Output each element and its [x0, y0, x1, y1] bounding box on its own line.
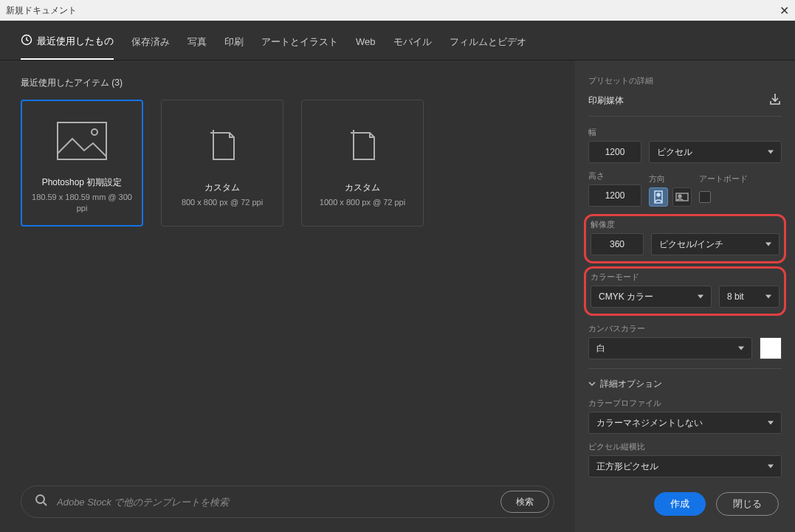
- search-button[interactable]: 検索: [500, 491, 549, 513]
- orientation-landscape-button[interactable]: [672, 187, 692, 207]
- resolution-label: 解像度: [591, 219, 779, 230]
- resolution-highlight: 解像度 ピクセル/インチ: [584, 214, 786, 263]
- canvascolor-select[interactable]: 白: [588, 337, 752, 359]
- search-input[interactable]: [57, 497, 492, 508]
- bitdepth-select[interactable]: 8 bit: [719, 286, 779, 308]
- left-panel: 最近使用したアイテム (3) Photoshop 初期設定 180.59 x 1…: [0, 61, 575, 532]
- tab-art[interactable]: アートとイラスト: [261, 34, 338, 60]
- preset-item[interactable]: Photoshop 初期設定 180.59 x 180.59 mm @ 300 …: [21, 100, 143, 227]
- document-icon: [206, 118, 238, 174]
- window-title: 新規ドキュメント: [6, 4, 77, 17]
- colormode-highlight: カラーモード CMYK カラー 8 bit: [584, 266, 786, 316]
- pixelaspect-select[interactable]: 正方形ピクセル: [588, 455, 782, 477]
- tab-mobile[interactable]: モバイル: [393, 34, 432, 60]
- details-heading: プリセットの詳細: [588, 75, 782, 86]
- close-icon[interactable]: ✕: [779, 4, 789, 18]
- tab-label: モバイル: [393, 35, 432, 49]
- tab-print[interactable]: 印刷: [224, 34, 244, 60]
- preset-dims: 1000 x 800 px @ 72 ppi: [320, 197, 405, 207]
- svg-point-5: [657, 193, 660, 196]
- width-input[interactable]: [588, 141, 641, 163]
- tab-label: Web: [356, 36, 376, 47]
- resolution-unit-select[interactable]: ピクセル/インチ: [651, 233, 779, 255]
- preset-title: カスタム: [204, 182, 240, 194]
- svg-point-3: [36, 495, 44, 503]
- footer-buttons: 作成 閉じる: [654, 492, 779, 516]
- preset-title: カスタム: [345, 182, 380, 194]
- recent-heading: 最近使用したアイテム (3): [21, 77, 554, 89]
- image-icon: [56, 113, 108, 169]
- search-icon: [35, 494, 48, 510]
- tab-photo[interactable]: 写真: [187, 34, 207, 60]
- search-row: 検索: [21, 486, 554, 518]
- colorprofile-select[interactable]: カラーマネジメントしない: [588, 412, 782, 434]
- document-icon: [346, 118, 379, 174]
- width-label: 幅: [588, 127, 782, 138]
- chevron-down-icon: [588, 379, 596, 390]
- resolution-input[interactable]: [591, 233, 644, 255]
- svg-point-7: [678, 195, 681, 198]
- tab-label: 写真: [187, 35, 207, 49]
- advanced-toggle[interactable]: 詳細オプション: [588, 378, 782, 390]
- preset-dims: 800 x 800 px @ 72 ppi: [182, 197, 263, 207]
- tab-saved[interactable]: 保存済み: [131, 34, 170, 60]
- preset-title: Photoshop 初期設定: [42, 176, 123, 189]
- pixelaspect-label: ピクセル縦横比: [588, 441, 782, 452]
- tab-web[interactable]: Web: [356, 34, 376, 60]
- tab-label: フィルムとビデオ: [450, 35, 526, 49]
- artboard-checkbox[interactable]: [699, 191, 711, 203]
- save-preset-icon[interactable]: [768, 92, 782, 108]
- colormode-label: カラーモード: [591, 272, 779, 283]
- preset-list: Photoshop 初期設定 180.59 x 180.59 mm @ 300 …: [21, 100, 554, 227]
- tab-recent[interactable]: 最近使用したもの: [21, 34, 114, 60]
- orientation-portrait-button[interactable]: [649, 187, 668, 207]
- clock-icon: [21, 34, 32, 48]
- preset-item[interactable]: カスタム 800 x 800 px @ 72 ppi: [161, 100, 283, 227]
- preset-details-panel: プリセットの詳細 印刷媒体 幅 ピクセル 高さ 方向: [575, 61, 795, 532]
- canvascolor-swatch[interactable]: [760, 337, 782, 359]
- svg-rect-1: [58, 122, 106, 159]
- width-unit-select[interactable]: ピクセル: [649, 141, 782, 163]
- colormode-select[interactable]: CMYK カラー: [591, 286, 712, 308]
- tab-label: 最近使用したもの: [37, 35, 114, 48]
- preset-dims: 180.59 x 180.59 mm @ 300 ppi: [28, 192, 136, 213]
- tab-label: 印刷: [224, 35, 244, 49]
- artboard-label: アートボード: [699, 173, 748, 184]
- tab-label: 保存済み: [131, 35, 170, 49]
- tabs: 最近使用したもの 保存済み 写真 印刷 アートとイラスト Web モバイル フィ…: [0, 21, 795, 61]
- svg-point-2: [92, 129, 97, 135]
- colorprofile-label: カラープロファイル: [588, 398, 782, 409]
- height-input[interactable]: [588, 184, 641, 207]
- advanced-label: 詳細オプション: [600, 378, 662, 390]
- titlebar: 新規ドキュメント ✕: [0, 0, 795, 21]
- create-button[interactable]: 作成: [654, 492, 706, 516]
- tab-label: アートとイラスト: [261, 35, 338, 49]
- close-button[interactable]: 閉じる: [716, 492, 779, 516]
- preset-name: 印刷媒体: [588, 94, 624, 107]
- height-label: 高さ: [588, 170, 641, 182]
- tab-film[interactable]: フィルムとビデオ: [450, 34, 526, 60]
- orientation-label: 方向: [649, 173, 692, 184]
- preset-item[interactable]: カスタム 1000 x 800 px @ 72 ppi: [301, 100, 424, 227]
- canvascolor-label: カンバスカラー: [588, 323, 782, 334]
